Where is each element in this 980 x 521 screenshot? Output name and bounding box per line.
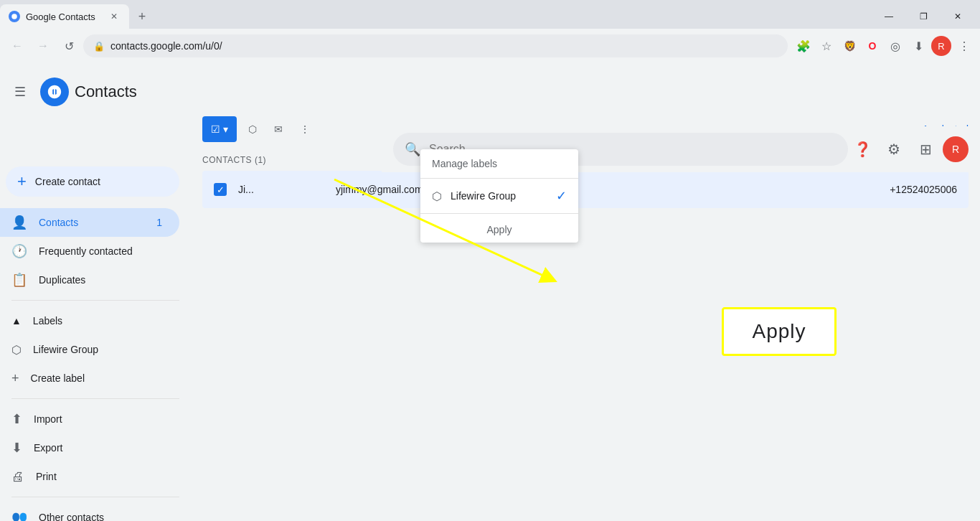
hamburger-menu-button[interactable]: ☰ <box>6 78 34 106</box>
label-tag-icon: ⬡ <box>11 343 22 357</box>
more-actions-button[interactable]: ⋮ <box>294 116 316 142</box>
contacts-icon: 👤 <box>11 215 27 230</box>
sidebar-item-other-contacts[interactable]: 👥 Other contacts <box>0 503 179 521</box>
sidebar-item-export[interactable]: ⬇ Export <box>0 433 179 462</box>
lock-icon: 🔒 <box>93 41 105 52</box>
address-bar[interactable]: 🔒 contacts.google.com/u/0/ <box>83 34 788 57</box>
sidebar-create-label-text: Create label <box>31 372 85 384</box>
reload-button[interactable]: ↺ <box>57 34 80 57</box>
sidebar-item-import[interactable]: ⬆ Import <box>0 405 179 433</box>
back-button[interactable]: ← <box>6 34 29 57</box>
download-manager-icon[interactable]: ⬇ <box>908 36 928 56</box>
sidebar-divider-2 <box>11 398 179 399</box>
svg-point-0 <box>11 14 17 19</box>
vpn-icon[interactable]: ◎ <box>885 36 905 56</box>
create-contact-button[interactable]: + Create contact <box>6 166 179 197</box>
settings-button[interactable]: ⚙ <box>880 135 908 164</box>
close-window-button[interactable]: ✕ <box>941 5 974 28</box>
profile-avatar[interactable]: R <box>931 36 951 56</box>
print-icon: 🖨 <box>11 469 24 484</box>
dropdown-item-lifewire-group[interactable]: ⬡ Lifewire Group ✓ <box>420 182 578 210</box>
item-check-icon: ✓ <box>556 188 567 204</box>
profile-extension-icon[interactable]: 🦁 <box>839 36 859 56</box>
send-email-action-button[interactable]: ✉ <box>268 116 288 142</box>
contact-name: Ji... <box>238 184 324 195</box>
create-contact-label: Create contact <box>35 176 100 187</box>
dropdown-item-tag-icon: ⬡ <box>432 189 442 203</box>
manage-labels-dropdown: Manage labels ⬡ Lifewire Group ✓ Apply <box>420 149 578 243</box>
tab-title: Google Contacts <box>26 11 95 22</box>
select-dropdown-arrow: ▾ <box>223 123 228 135</box>
contact-phone: +12524025006 <box>890 184 957 195</box>
plus-icon: + <box>17 172 27 191</box>
labels-expand-icon: ▲ <box>11 315 22 327</box>
frequently-contacted-icon: 🕐 <box>11 243 27 259</box>
sidebar-print-label: Print <box>36 471 57 482</box>
checkbox-checked-icon: ☑ <box>211 123 220 135</box>
sidebar-lifewire-group-label: Lifewire Group <box>33 344 98 355</box>
dropdown-item-label: Lifewire Group <box>451 190 516 202</box>
export-icon: ⬇ <box>11 440 22 456</box>
send-email-icon: ✉ <box>274 123 283 135</box>
sidebar-contacts-label: Contacts <box>39 217 78 228</box>
sidebar-frequently-contacted-label: Frequently contacted <box>39 245 133 257</box>
sidebar-item-contacts[interactable]: 👤 Contacts 1 <box>0 208 179 237</box>
dropdown-bottom-divider <box>420 213 578 214</box>
bookmark-star-icon[interactable]: ☆ <box>816 36 837 56</box>
dropdown-divider <box>420 178 578 179</box>
other-contacts-icon: 👥 <box>11 510 27 521</box>
dropdown-apply-button[interactable]: Apply <box>420 217 578 243</box>
minimize-button[interactable]: — <box>872 5 905 28</box>
main-content: 🔍 ❓ ⚙ ⊞ R ☑ ▾ ⬡ ✉ ⋮ <box>191 63 980 521</box>
active-tab[interactable]: Google Contacts ✕ <box>0 4 129 29</box>
contacts-badge: 1 <box>156 217 162 228</box>
tab-favicon <box>9 11 20 22</box>
app-title: Contacts <box>75 83 137 101</box>
sidebar-item-frequently-contacted[interactable]: 🕐 Frequently contacted <box>0 237 179 266</box>
labels-section-title: Labels <box>33 315 62 327</box>
contact-checkbox[interactable]: ✓ <box>214 183 227 196</box>
sidebar-duplicates-label: Duplicates <box>39 274 85 286</box>
import-icon: ⬆ <box>11 411 22 427</box>
table-row[interactable]: ✓ Ji... yjimmy@gmail.com +12524025006 <box>202 171 969 208</box>
new-tab-button[interactable]: + <box>132 6 152 27</box>
create-label-icon: + <box>11 371 19 386</box>
labels-section-header[interactable]: ▲ Labels <box>0 306 191 335</box>
search-icon: 🔍 <box>405 141 420 157</box>
maximize-button[interactable]: ❐ <box>907 5 940 28</box>
app-logo <box>40 78 69 106</box>
tab-close-button[interactable]: ✕ <box>108 10 121 23</box>
sidebar-item-lifewire-group[interactable]: ⬡ Lifewire Group <box>0 335 179 364</box>
dropdown-menu: Manage labels ⬡ Lifewire Group ✓ Apply <box>420 149 578 243</box>
annotation-box: Apply <box>722 307 837 356</box>
annotation-apply-text: Apply <box>752 320 806 343</box>
opera-icon[interactable]: O <box>862 36 882 56</box>
sidebar-item-create-label[interactable]: + Create label <box>0 364 179 393</box>
sidebar-divider-1 <box>11 300 179 301</box>
label-icon: ⬡ <box>248 123 257 135</box>
label-action-button[interactable]: ⬡ <box>242 116 263 142</box>
forward-button[interactable]: → <box>32 34 55 57</box>
sidebar-item-print[interactable]: 🖨 Print <box>0 462 179 491</box>
select-button[interactable]: ☑ ▾ <box>202 116 237 142</box>
user-avatar[interactable]: R <box>943 136 969 162</box>
duplicates-icon: 📋 <box>11 272 27 288</box>
dropdown-header: Manage labels <box>420 149 578 175</box>
sidebar-other-contacts-label: Other contacts <box>39 512 104 521</box>
app-header: ☰ Contacts <box>0 69 191 115</box>
sidebar-import-label: Import <box>34 413 62 425</box>
sidebar-export-label: Export <box>34 442 62 454</box>
apps-button[interactable]: ⊞ <box>911 135 940 164</box>
browser-menu-icon[interactable]: ⋮ <box>954 36 974 56</box>
contact-email: yjimmy@gmail.com <box>336 184 423 195</box>
top-bar-actions: ❓ ⚙ ⊞ R <box>848 135 969 164</box>
extensions-icon[interactable]: 🧩 <box>793 36 814 56</box>
more-icon: ⋮ <box>300 123 310 135</box>
url-text: contacts.google.com/u/0/ <box>110 40 222 52</box>
help-button[interactable]: ❓ <box>848 135 877 164</box>
sidebar: ☰ Contacts + Create contact 👤 Contacts 1 <box>0 63 191 521</box>
sidebar-divider-3 <box>11 497 179 497</box>
sidebar-nav-section: 👤 Contacts 1 🕐 Frequently contacted 📋 Du… <box>0 208 191 294</box>
sidebar-item-duplicates[interactable]: 📋 Duplicates <box>0 266 179 294</box>
